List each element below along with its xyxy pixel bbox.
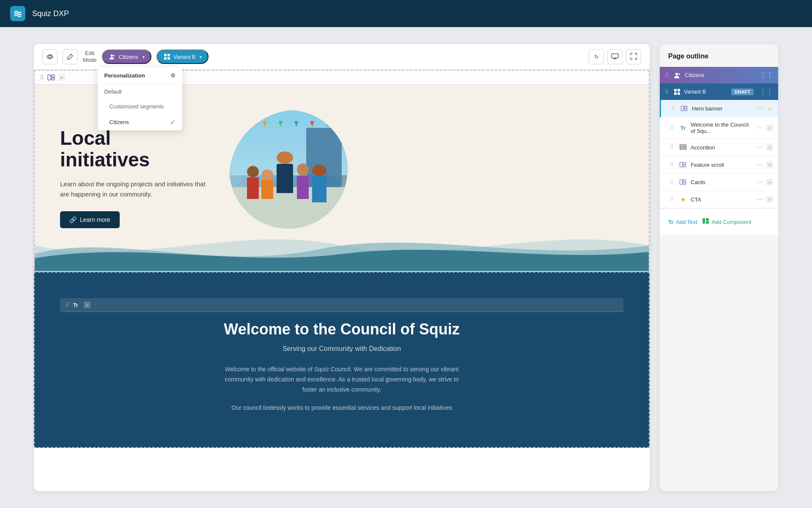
citizens-icon xyxy=(674,72,681,79)
feature-scroll-drag: ⠿ xyxy=(670,162,674,168)
dropdown-default-item[interactable]: Default xyxy=(98,84,182,99)
svg-rect-19 xyxy=(685,106,687,108)
citizens-more-icon[interactable]: ⋮⋮ xyxy=(760,71,773,79)
svg-rect-7 xyxy=(612,54,618,58)
svg-rect-31 xyxy=(706,218,709,221)
welcome-item-drag: ⠿ xyxy=(670,125,674,131)
cards-label: Cards xyxy=(691,179,754,185)
outline-cards[interactable]: ⠿ Cards ··· » xyxy=(660,174,778,191)
cta-drag: ⠿ xyxy=(670,196,674,202)
svg-rect-14 xyxy=(674,89,677,91)
citizens-drag: ⠿ xyxy=(665,72,669,78)
welcome-section-expand[interactable]: » xyxy=(84,301,91,308)
toolbar: Edit Mode Citizens ▾ xyxy=(34,44,650,70)
welcome-item-icon: Tr xyxy=(679,124,687,132)
outline-hero-banner[interactable]: ⠿ Hero banner ··· » xyxy=(660,100,778,117)
hero-drag-handle: ⠿ xyxy=(40,74,44,81)
svg-rect-5 xyxy=(164,57,167,60)
image-overlay-icon: ⊞ xyxy=(353,113,361,121)
add-buttons-row: Tr Add Text Add Component xyxy=(660,208,778,235)
welcome-item-expand[interactable]: » xyxy=(766,124,773,131)
welcome-item-more[interactable]: ··· xyxy=(757,124,763,132)
filter-settings-icon[interactable]: ⚙ xyxy=(170,72,176,79)
dropdown-citizens-item[interactable]: Citizens ✓ xyxy=(98,114,182,130)
accordion-item-drag: ⠿ xyxy=(670,144,674,150)
cta-more[interactable]: ··· xyxy=(757,196,763,203)
refresh-button[interactable]: ↻ xyxy=(589,49,604,64)
feature-scroll-expand[interactable]: » xyxy=(766,161,773,168)
svg-rect-24 xyxy=(680,163,683,167)
svg-rect-28 xyxy=(683,180,686,182)
cards-more[interactable]: ··· xyxy=(757,178,763,186)
hero-item-expand[interactable]: » xyxy=(766,105,773,112)
feature-scroll-icon xyxy=(679,160,687,169)
feature-scroll-more[interactable]: ··· xyxy=(757,161,763,168)
welcome-section-bar: ⠿ Tr » xyxy=(60,298,623,312)
svg-rect-6 xyxy=(167,57,170,60)
cards-drag: ⠿ xyxy=(670,179,674,185)
citizens-row[interactable]: ⠿ Citizens ⋮⋮ xyxy=(660,67,778,83)
page-outline-panel: Page outline ⠿ Citizens ⋮⋮ ⠿ Variant B xyxy=(660,44,778,491)
svg-rect-9 xyxy=(52,75,55,77)
cta-label: CTA xyxy=(691,196,754,203)
citizens-segment-button[interactable]: Citizens ▾ xyxy=(102,50,151,64)
svg-rect-4 xyxy=(167,54,170,56)
svg-rect-16 xyxy=(674,92,677,95)
fullscreen-icon xyxy=(630,53,637,61)
learn-more-button[interactable]: 🔗 Learn more xyxy=(60,211,120,228)
svg-rect-23 xyxy=(680,149,686,150)
refresh-icon: ↻ xyxy=(594,54,599,60)
svg-rect-17 xyxy=(678,92,680,95)
cards-expand[interactable]: » xyxy=(766,179,773,185)
variant-more-icon[interactable]: ⋮⋮ xyxy=(760,88,773,96)
accordion-item-more[interactable]: ··· xyxy=(757,144,763,151)
svg-rect-8 xyxy=(48,75,51,80)
dropdown-customized-segments-item[interactable]: Customized segments xyxy=(98,99,182,114)
svg-rect-10 xyxy=(52,78,55,80)
citizens-dropdown-container: Citizens ▾ Personalization ⚙ Default Cus… xyxy=(102,50,151,64)
welcome-drag-handle: ⠿ xyxy=(65,301,69,308)
hero-section-expand[interactable]: » xyxy=(58,74,65,81)
svg-rect-21 xyxy=(680,145,686,146)
preview-icon-button[interactable] xyxy=(42,49,58,64)
citizens-label: Citizens xyxy=(685,72,756,78)
desktop-view-button[interactable] xyxy=(607,49,623,64)
hero-item-more[interactable]: ··· xyxy=(757,105,763,112)
accordion-item-expand[interactable]: » xyxy=(766,144,773,151)
variant-b-button[interactable]: Variant B ▾ xyxy=(156,50,209,64)
svg-rect-29 xyxy=(683,182,686,185)
outline-cta[interactable]: ⠿ ★ CTA ··· » xyxy=(660,191,778,208)
hero-image: ⊞ xyxy=(229,110,365,246)
feature-scroll-label: Feature scroll xyxy=(691,162,754,168)
outline-accordion[interactable]: ⠿ Accordion ··· » xyxy=(660,139,778,156)
svg-point-2 xyxy=(113,55,115,57)
check-icon: ✓ xyxy=(170,118,176,126)
svg-rect-30 xyxy=(702,218,705,224)
svg-point-13 xyxy=(678,73,680,75)
welcome-subtitle: Serving our Community with Dedication xyxy=(60,345,623,353)
welcome-title: Welcome to the Council of Squiz xyxy=(60,320,623,338)
hero-title: Local initiatives xyxy=(60,127,212,170)
cards-icon xyxy=(679,178,687,186)
edit-tool-icon-button[interactable] xyxy=(63,49,78,64)
welcome-item-label: Welcome to the Council of Squ... xyxy=(691,121,754,134)
outline-feature-scroll[interactable]: ⠿ Feature scroll ··· » xyxy=(660,156,778,174)
welcome-text-icon: Tr xyxy=(73,302,80,308)
dropdown-header: Personalization ⚙ xyxy=(98,67,182,84)
add-text-button[interactable]: Tr Add Text xyxy=(668,216,697,228)
cta-expand[interactable]: » xyxy=(766,196,773,203)
fullscreen-button[interactable] xyxy=(626,49,641,64)
hero-item-icon xyxy=(680,104,689,113)
add-component-button[interactable]: Add Component xyxy=(702,215,752,228)
svg-rect-20 xyxy=(685,109,687,111)
accordion-item-label: Accordion xyxy=(691,144,754,151)
variant-b-row[interactable]: ⠿ Variant B DRAFT ⋮⋮ xyxy=(660,83,778,100)
page-outline-header: Page outline xyxy=(660,44,778,67)
welcome-body2: Our council tirelessly works to provide … xyxy=(223,403,460,413)
welcome-section: ⠿ Tr » Welcome to the Council of Squiz S… xyxy=(34,272,650,448)
svg-rect-32 xyxy=(706,221,709,224)
variant-label: Variant B xyxy=(684,88,728,95)
app-logo xyxy=(10,6,25,21)
outline-welcome-text[interactable]: ⠿ Tr Welcome to the Council of Squ... ··… xyxy=(660,117,778,139)
app-title: Squiz DXP xyxy=(32,9,69,18)
